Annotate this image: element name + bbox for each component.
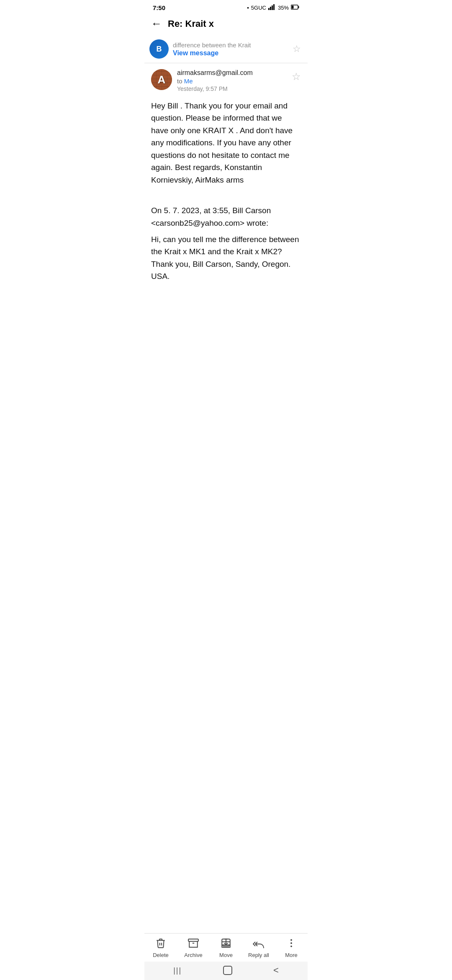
svg-rect-3: [273, 4, 275, 10]
sender-avatar: A: [151, 69, 172, 90]
email-header: A airmaksarms@gmail.com to Me Yesterday,…: [151, 69, 301, 92]
view-message-link[interactable]: View message: [173, 49, 288, 57]
back-button[interactable]: ←: [151, 17, 162, 30]
status-time: 7:50: [153, 4, 165, 11]
sender-avatar-inner: A: [151, 69, 172, 90]
email-star-icon[interactable]: ☆: [292, 71, 301, 83]
prev-avatar: B: [149, 39, 169, 59]
email-subject: Re: Krait x: [168, 18, 214, 29]
prev-message-row: difference between the Krait View messag…: [173, 41, 288, 57]
svg-rect-1: [270, 7, 271, 10]
recipient-me: Me: [184, 77, 193, 85]
signal-icon: [268, 4, 276, 11]
quoted-body: Hi, can you tell me the difference betwe…: [151, 233, 301, 283]
status-icons: ▪ 5GUC 35%: [247, 4, 299, 11]
recipient-line: to Me: [177, 77, 287, 85]
battery-icon: [291, 5, 299, 11]
sender-email: airmaksarms@gmail.com: [177, 69, 287, 77]
prev-message-preview[interactable]: B difference between the Krait View mess…: [144, 35, 308, 63]
svg-rect-2: [272, 5, 273, 10]
svg-rect-5: [298, 6, 299, 8]
prev-star-icon[interactable]: ☆: [293, 44, 301, 54]
battery-label: 35%: [278, 5, 289, 11]
email-body: Hey Bill . Thank you for your email and …: [151, 100, 301, 194]
quoted-intro: On 5. 7. 2023, at 3:55, Bill Carson <car…: [151, 204, 301, 229]
svg-rect-0: [268, 8, 270, 10]
network-label: 5GUC: [251, 5, 266, 11]
status-bar: 7:50 ▪ 5GUC 35%: [144, 0, 308, 14]
screenshot-icon: ▪: [247, 5, 249, 11]
sender-avatar-letter: A: [158, 73, 166, 86]
prev-message-text: difference between the Krait: [173, 41, 288, 49]
email-time: Yesterday, 9:57 PM: [177, 85, 287, 92]
email-meta: airmaksarms@gmail.com to Me Yesterday, 9…: [177, 69, 287, 92]
to-label: to: [177, 77, 184, 85]
svg-rect-6: [292, 6, 294, 9]
top-nav: ← Re: Krait x: [144, 14, 308, 35]
email-message: A airmaksarms@gmail.com to Me Yesterday,…: [144, 63, 308, 283]
